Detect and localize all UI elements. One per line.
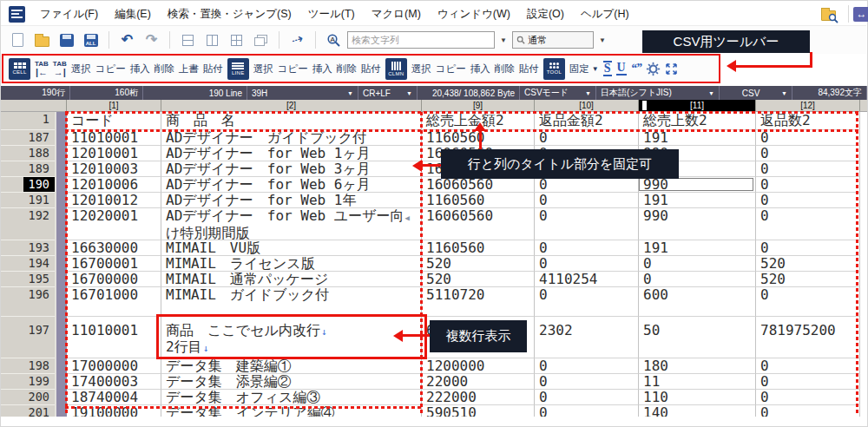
menu-edit[interactable]: 編集(E) xyxy=(115,7,151,22)
data-cell[interactable]: 520 xyxy=(756,256,860,272)
row-number-cell[interactable]: 200 xyxy=(1,390,55,405)
product-name-cell[interactable]: データ集 添景編② xyxy=(161,374,422,390)
column-copy-button[interactable]: コピー xyxy=(436,62,466,76)
find-button[interactable]: A xyxy=(323,30,345,51)
data-cell[interactable]: 520 xyxy=(756,272,860,287)
row-number[interactable]: 201 xyxy=(23,405,55,417)
data-cell[interactable]: 0 xyxy=(756,193,860,208)
data-cell[interactable]: 50 xyxy=(639,317,756,358)
product-name-cell[interactable]: ADデザイナー for Web ユーザー向◀け特別期間版 xyxy=(161,208,422,240)
product-name-cell[interactable]: データ集 オフィス編③ xyxy=(161,390,422,405)
tab-right-button[interactable]: TAB →| xyxy=(53,61,67,77)
separator-format-button[interactable]: S xyxy=(603,61,612,76)
split-four-button[interactable] xyxy=(226,30,247,51)
tool-button[interactable]: TOOL xyxy=(543,58,565,80)
code-cell[interactable]: 18740004 xyxy=(67,390,161,405)
status-char-count[interactable]: 84,392文字 xyxy=(792,86,867,100)
row-number-cell[interactable]: 190 xyxy=(1,177,55,193)
column-header-12[interactable]: [12] xyxy=(756,100,860,111)
code-cell[interactable]: 12010003 xyxy=(67,161,161,177)
product-name-cell[interactable]: MIMAIL ガイドブック付 xyxy=(161,287,422,317)
data-cell[interactable]: 0 xyxy=(639,272,756,287)
row-number-cell[interactable]: 1 xyxy=(1,112,55,130)
search-input[interactable] xyxy=(347,31,495,49)
product-name-cell[interactable]: ADデザイナー for Web 6ヶ月 xyxy=(161,177,422,193)
save-all-button[interactable] xyxy=(80,30,102,51)
cell-insert-button[interactable]: 挿入 xyxy=(130,62,150,76)
data-cell[interactable]: 0 xyxy=(756,287,860,317)
status-line-info[interactable]: 190 Line xyxy=(143,86,247,100)
data-cell[interactable]: 140 xyxy=(639,405,756,417)
cell-select-button[interactable]: 選択 xyxy=(71,62,91,76)
split-horizontal-button[interactable] xyxy=(177,30,199,51)
status-row-count[interactable]: 190行 xyxy=(1,86,70,100)
product-name-cell[interactable]: ADデザイナー for Web 1ヶ月 xyxy=(161,146,422,161)
product-name-cell[interactable]: ADデザイナー for Web 3ヶ月 xyxy=(161,161,422,177)
code-cell[interactable]: 12020001 xyxy=(67,208,161,240)
code-cell[interactable]: 16700000 xyxy=(67,272,161,287)
cell-delete-button[interactable]: 削除 xyxy=(155,62,174,76)
title-cell[interactable]: 返品金額2 xyxy=(535,112,639,130)
cell-mode-button[interactable]: CELL xyxy=(9,58,30,80)
data-cell[interactable]: 0 xyxy=(535,287,639,317)
data-cell[interactable]: 781975200 xyxy=(756,317,860,358)
corner-header[interactable] xyxy=(1,100,67,111)
code-cell[interactable]: 16700001 xyxy=(67,256,161,272)
row-number[interactable]: 190 xyxy=(23,177,55,192)
row-number[interactable]: 189 xyxy=(23,161,55,176)
data-cell[interactable]: 990 xyxy=(639,177,756,193)
data-cell[interactable]: 520 xyxy=(422,256,535,272)
new-file-button[interactable] xyxy=(7,30,29,51)
line-copy-button[interactable]: コピー xyxy=(278,62,308,76)
data-cell[interactable]: 0 xyxy=(535,358,639,374)
status-hex-position[interactable]: 39H▼ xyxy=(247,86,358,100)
column-paste-button[interactable]: 貼付 xyxy=(519,62,539,76)
row-number-cell[interactable]: 191 xyxy=(1,193,55,208)
column-header-2[interactable]: [2] xyxy=(161,100,422,111)
row-number[interactable]: 200 xyxy=(23,390,55,404)
data-cell[interactable]: 191 xyxy=(639,240,756,256)
menu-file[interactable]: ファイル(F) xyxy=(40,7,98,22)
fit-columns-button[interactable] xyxy=(665,62,678,76)
code-cell[interactable]: 12010006 xyxy=(67,177,161,193)
product-name-cell[interactable]: ADデザイナー ガイドブック付 xyxy=(161,130,422,146)
column-insert-button[interactable]: 挿入 xyxy=(470,62,490,76)
row-number[interactable]: 196 xyxy=(23,287,55,302)
data-cell[interactable]: 520 xyxy=(422,272,535,287)
row-number-cell[interactable]: 199 xyxy=(1,374,55,390)
data-cell[interactable]: 0 xyxy=(535,390,639,405)
code-cell[interactable]: 11010001 xyxy=(67,130,161,146)
data-cell[interactable]: 1160560 xyxy=(422,240,535,256)
product-name-cell[interactable]: MIMAIL 通常パッケージ xyxy=(161,272,422,287)
data-cell[interactable]: 191 xyxy=(639,130,756,146)
row-number-cell[interactable]: 192 xyxy=(1,208,55,240)
column-header-9[interactable]: [9] xyxy=(422,100,535,111)
row-number-cell[interactable]: 196 xyxy=(1,287,55,317)
title-cell[interactable]: 返品数2 xyxy=(756,112,860,130)
data-cell[interactable]: 0 xyxy=(535,256,639,272)
code-cell[interactable]: 16630000 xyxy=(67,240,161,256)
data-cell[interactable]: 1160560 xyxy=(422,193,535,208)
line-select-button[interactable]: 選択 xyxy=(253,62,273,76)
data-cell[interactable]: 0 xyxy=(756,358,860,374)
row-number-cell[interactable]: 188 xyxy=(1,146,55,161)
column-select-button[interactable]: 選択 xyxy=(411,62,431,76)
data-cell[interactable]: 16060560 xyxy=(422,208,535,240)
data-cell[interactable]: 191 xyxy=(639,193,756,208)
menu-search-replace-jump[interactable]: 検索・置換・ジャンプ(S) xyxy=(168,7,292,22)
row-number-cell[interactable]: 189 xyxy=(1,161,55,177)
data-cell[interactable]: 1200000 xyxy=(422,358,535,374)
data-cell[interactable]: 0 xyxy=(756,146,860,161)
status-syntax[interactable]: CSV▼ xyxy=(720,86,792,100)
undo-button[interactable]: ↶ xyxy=(116,30,138,51)
data-cell[interactable]: 0 xyxy=(639,256,756,272)
data-cell[interactable]: 0 xyxy=(535,405,639,417)
status-eol-type[interactable]: CR+LF▼ xyxy=(358,86,418,100)
data-cell[interactable]: 0 xyxy=(756,390,860,405)
data-cell[interactable]: 11 xyxy=(639,374,756,390)
data-cell[interactable]: 1160560 xyxy=(422,130,535,146)
status-column-count[interactable]: 160桁 xyxy=(70,86,143,100)
row-number[interactable]: 195 xyxy=(23,272,55,286)
code-cell[interactable]: 12010001 xyxy=(67,146,161,161)
row-number[interactable]: 197 xyxy=(23,323,55,338)
